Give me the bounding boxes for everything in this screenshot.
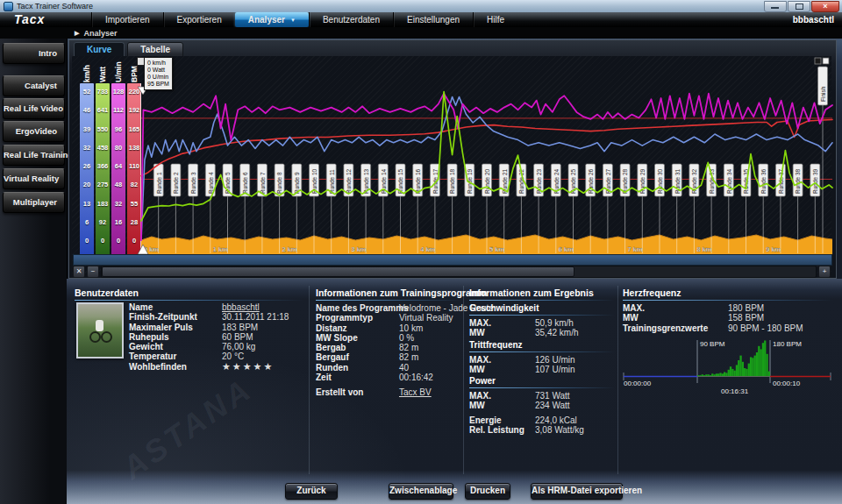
title-underline — [75, 300, 304, 301]
panel-title-ergebnis: Informationen zum Ergebnis — [469, 287, 615, 298]
drucken-button[interactable]: Drucken — [465, 483, 510, 500]
menu-item-exportieren[interactable]: Exportieren — [163, 12, 235, 27]
svg-text:180 BPM: 180 BPM — [773, 340, 802, 348]
svg-text:Runde 16: Runde 16 — [415, 168, 421, 194]
section-underline — [469, 387, 615, 388]
close-button[interactable]: × — [811, 1, 839, 12]
row-label: Maximaler Puls — [129, 323, 222, 332]
sidebar-item-ergovideo[interactable]: ErgoVideo — [3, 121, 65, 142]
breadcrumb-arrow-icon: ▶ — [75, 30, 79, 37]
scrollbar-thumb[interactable] — [102, 266, 574, 277]
axis-scale-km-h: 5246393226201360 — [80, 83, 94, 265]
minimize-icon — [771, 7, 779, 9]
zoom-out-button[interactable]: − — [87, 266, 99, 278]
row-label: MW Slope — [316, 333, 399, 343]
row-value-link[interactable]: Tacx BV — [399, 387, 432, 397]
axis-tick: 52 — [80, 88, 94, 96]
info-row: Zeit00:16:42 — [316, 373, 461, 382]
menu-item-einstellungen[interactable]: Einstellungen — [393, 12, 473, 27]
menu-items: ImportierenExportierenAnalyser▼Benutzerd… — [91, 12, 517, 27]
row-value: 82 m — [399, 352, 418, 362]
tab-kurve[interactable]: Kurve — [74, 42, 125, 57]
row-value: 180 BPM — [728, 303, 764, 313]
zwischenablage-button[interactable]: Zwischenablage — [389, 483, 453, 500]
axis-scale-watt: 733641550458366275183920 — [96, 83, 110, 265]
info-row: Trainingsgrenzwerte90 BPM - 180 BPM — [623, 323, 833, 333]
main-area: IntroCatalystReal Life VideoErgoVideoRea… — [0, 39, 842, 504]
row-value: 40 — [399, 363, 409, 373]
info-row: Finish-Zeitpunkt30.11.2011 21:18 — [129, 312, 304, 322]
axis-label-km-h: km/h — [80, 56, 94, 82]
info-row: MAX.126 U/min — [469, 355, 615, 365]
axis-tick: 138 — [127, 144, 141, 152]
bottom-area: ASTANA BenutzerdatenNamebbbaschtlFinish-… — [67, 279, 842, 504]
row-value: 76,00 kg — [222, 342, 255, 351]
svg-text:Runde 3: Runde 3 — [190, 172, 196, 194]
als-hrm-datei-exportieren-button[interactable]: Als HRM-Datei exportieren — [531, 483, 623, 500]
info-row: MAX.180 BPM — [623, 303, 833, 313]
axis-tick: 80 — [111, 144, 125, 152]
scrollbar-track[interactable] — [101, 266, 817, 278]
menu-item-analyser[interactable]: Analyser▼ — [235, 12, 309, 27]
menubar: Tacx ImportierenExportierenAnalyser▼Benu… — [0, 12, 842, 27]
row-label: MW — [469, 365, 535, 374]
info-row: MW35,42 km/h — [469, 328, 615, 337]
tooltip-line: 95 BPM — [147, 81, 169, 88]
axis-tick: 128 — [111, 88, 125, 96]
row-label: Zeit — [316, 373, 399, 382]
row-label: MAX. — [469, 391, 535, 401]
row-value: 00:16:42 — [399, 373, 433, 382]
axis-tick: 366 — [96, 162, 110, 170]
sidebar-item-real-life-training[interactable]: Real Life Training — [3, 145, 65, 166]
axis-scale-u-min: 1281129680644832160 — [111, 83, 125, 265]
sidebar-item-multiplayer[interactable]: Multiplayer — [3, 192, 65, 213]
axis-tick: 165 — [127, 125, 141, 133]
svg-text:Runde 4: Runde 4 — [208, 172, 214, 194]
sidebar-item-virtual-reality[interactable]: Virtual Reality — [3, 168, 65, 189]
section-underline — [469, 315, 615, 316]
row-value: 90 BPM - 180 BPM — [728, 323, 803, 333]
svg-text:1 km: 1 km — [213, 245, 228, 253]
reset-zoom-button[interactable]: ✕ — [73, 266, 85, 278]
axis-tick: 0 — [111, 237, 125, 245]
sidebar-item-catalyst[interactable]: Catalyst — [3, 75, 65, 96]
row-value: 10 km — [399, 323, 423, 333]
info-row: Distanz10 km — [316, 323, 461, 333]
svg-text:9 km: 9 km — [766, 245, 781, 253]
menu-item-hilfe[interactable]: Hilfe — [473, 12, 517, 27]
restore-button[interactable] — [788, 1, 810, 12]
title-underline — [469, 300, 615, 301]
menu-item-benutzerdaten[interactable]: Benutzerdaten — [309, 12, 393, 27]
analysis-plot[interactable]: 0 km1 km2 km3 km4 km5 km6 km7 km8 km9 km… — [141, 58, 832, 254]
menu-item-importieren[interactable]: Importieren — [91, 12, 163, 27]
sidebar-item-intro[interactable]: Intro — [3, 43, 65, 64]
sidebar-item-real-life-video[interactable]: Real Life Video — [3, 98, 65, 119]
row-label: Runden — [316, 363, 399, 373]
chart-area[interactable]: km/h5246393226201360Watt7336415504583662… — [72, 56, 831, 275]
row-label: Rel. Leistung — [469, 425, 535, 435]
section-underline — [469, 351, 615, 352]
axis-tick: 64 — [111, 162, 125, 170]
info-row: ProgrammtypVirtual Reality — [316, 313, 461, 323]
minimize-button[interactable] — [764, 1, 787, 12]
axis-tick: 55 — [127, 200, 141, 208]
row-value: 60 BPM — [222, 332, 253, 342]
row-value: 126 U/min — [535, 355, 575, 365]
row-label: Distanz — [316, 323, 399, 333]
bike-wheel — [101, 331, 112, 343]
panel-herzfrequenz: HerzfrequenzMAX.180 BPMMW158 BPMTraining… — [623, 287, 833, 333]
chart-zoom-scrollbar: ✕−+ — [73, 266, 831, 278]
row-label: Finish-Zeitpunkt — [129, 312, 222, 322]
axis-tick: 0 — [96, 237, 110, 245]
zur-ck-button[interactable]: Zurück — [285, 483, 338, 500]
zoom-in-button[interactable]: + — [818, 266, 831, 278]
panel-divider — [463, 286, 464, 474]
svg-text:90 BPM: 90 BPM — [700, 340, 725, 348]
axis-tick: 48 — [111, 181, 125, 188]
row-value-link[interactable]: bbbaschtl — [222, 302, 260, 312]
row-value: 731 Watt — [535, 391, 570, 401]
axis-tick: 183 — [96, 200, 110, 208]
breadcrumb-label: Analyser — [83, 29, 117, 38]
row-label: MAX. — [469, 318, 535, 328]
axis-tick: 39 — [80, 125, 94, 133]
